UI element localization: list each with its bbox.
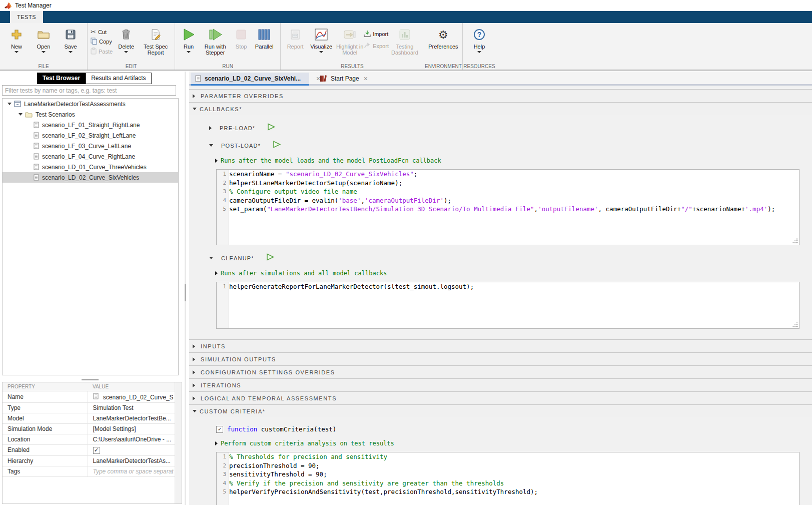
postload-row[interactable]: POST-LOAD* [209,141,812,150]
test-file-icon [14,101,21,107]
visualize-button[interactable]: Visualize [307,25,336,53]
tree-node-test[interactable]: scenario_LF_01_Straight_RightLane [3,120,178,130]
custom-criteria-description[interactable]: Perform custom criteria analysis on test… [215,440,812,447]
collapse-arrow-icon [193,410,197,412]
enabled-checkbox[interactable]: ✓ [93,447,100,454]
expand-arrow-icon [193,370,195,374]
property-row-enabled: Enabled ✓ [3,445,182,456]
help-button[interactable]: ? Help [466,25,493,53]
dashboard-icon [399,27,411,42]
toolbar: New Open Save FILE ✂ Cut [0,23,812,71]
tags-input[interactable]: Type comma or space separat [93,468,174,475]
tab-start-page[interactable]: Start Page × [315,73,372,84]
preload-row[interactable]: PRE-LOAD* [209,123,812,133]
collapse-arrow-icon[interactable] [19,113,23,116]
section-iterations[interactable]: ITERATIONS [189,378,812,391]
document-icon [195,75,201,82]
property-row-tags: Tags Type comma or space separat [3,466,182,476]
document-icon [34,174,39,181]
testing-dashboard-button[interactable]: Testing Dashboard [389,25,421,56]
postload-description[interactable]: Runs after the model loads and the model… [215,157,812,164]
collapse-arrow-icon [209,144,213,147]
tab-tests[interactable]: TESTS [10,11,43,23]
copy-button[interactable]: Copy [91,38,113,46]
parallel-button[interactable]: Parallel [251,25,277,50]
cleanup-row[interactable]: CLEANUP* [209,253,812,263]
custom-criteria-code-editor[interactable]: 1% Thresholds for precision and sensitiv… [216,452,799,505]
tree-node-test[interactable]: scenario_LF_04_Curve_RightLane [3,151,178,162]
custom-criteria-body: ✓ function customCriteria(test) Perform … [189,425,812,505]
stop-button[interactable]: Stop [231,25,251,50]
group-label-run: RUN [175,64,280,69]
horizontal-splitter[interactable] [0,378,180,381]
property-row-simulation-mode: Simulation Mode [Model Settings] [3,424,182,434]
cut-button[interactable]: ✂ Cut [91,28,113,36]
test-editor-pane: scenario_LD_02_Curve_SixVehi... × Start … [189,72,812,505]
gear-icon: ⚙ [438,27,448,42]
new-button[interactable]: New [3,25,30,53]
custom-criteria-checkbox[interactable]: ✓ [216,426,223,433]
export-button[interactable]: Export [364,42,389,50]
tab-results-and-artifacts[interactable]: Results and Artifacts [86,73,151,84]
tree-node-folder[interactable]: Test Scenarios [3,109,178,120]
section-custom-criteria[interactable]: CUSTOM CRITERIA* [189,404,812,417]
visualize-icon [315,27,328,42]
document-icon [93,393,99,399]
window-title: Test Manager [15,2,52,9]
save-button[interactable]: Save [57,25,84,53]
section-inputs[interactable]: INPUTS [189,339,812,352]
section-callbacks[interactable]: CALLBACKS* [189,102,812,115]
ribbon-tab-band: TESTS [0,11,812,23]
section-parameter-overrides[interactable]: PARAMETER OVERRIDES [189,89,812,102]
group-label-environment: ENVIRONMENT [424,64,462,69]
expand-arrow-icon [193,396,195,400]
callbacks-body: PRE-LOAD* POST-LOAD* Runs after the mode… [189,123,812,339]
test-spec-report-button[interactable]: Test Spec Report [140,25,172,56]
run-preload-button[interactable] [267,123,276,133]
tab-scenario[interactable]: scenario_LD_02_Curve_SixVehi... × [191,73,309,84]
tab-test-browser[interactable]: Test Browser [37,73,86,84]
collapse-arrow-icon[interactable] [8,103,12,105]
run-with-stepper-button[interactable]: Run with Stepper [199,25,231,56]
chevron-down-icon [69,51,73,53]
property-scrollbar[interactable] [175,382,182,503]
clipboard-icon [91,48,97,56]
section-simulation-outputs[interactable]: SIMULATION OUTPUTS [189,352,812,365]
filter-tests-input[interactable] [2,85,176,96]
section-configuration-settings-overrides[interactable]: CONFIGURATION SETTINGS OVERRIDES [189,365,812,378]
vertical-splitter[interactable] [185,72,186,505]
delete-button[interactable]: Delete [113,25,140,53]
document-icon [34,164,39,170]
import-button[interactable]: Import [364,30,389,38]
report-button[interactable]: Report [284,25,307,50]
document-tab-bar: scenario_LD_02_Curve_SixVehi... × Start … [189,72,812,86]
tree-node-root[interactable]: LaneMarkerDetectorTestAssessments [3,99,178,109]
collapse-arrow-icon [209,257,213,259]
tree-node-test-selected[interactable]: scenario_LD_02_Curve_SixVehicles [3,172,178,183]
section-logical-and-temporal-assessments[interactable]: LOGICAL AND TEMPORAL ASSESSMENTS [189,391,812,404]
run-cleanup-button[interactable] [266,253,275,263]
postload-code-editor[interactable]: 1scenarioName = "scenario_LD_02_Curve_Si… [216,169,799,245]
open-button[interactable]: Open [30,25,57,53]
run-button[interactable]: Run [178,25,199,53]
highlight-in-model-button[interactable]: Highlight in Model [336,25,364,56]
cleanup-code-editor[interactable]: 1helperGenerateReportForLaneMarkerDetect… [216,282,799,329]
run-icon [182,27,195,42]
document-icon [34,132,39,139]
resize-grip-icon[interactable] [792,322,798,327]
close-icon[interactable]: × [364,75,368,82]
toolbar-group-resources: ? Help RESOURCES [463,23,496,70]
start-page-icon [320,75,327,82]
tree-node-test[interactable]: scenario_LF_02_Straight_LeftLane [3,130,178,141]
paste-button[interactable]: Paste [91,48,113,56]
expand-arrow-icon [215,159,218,163]
property-row-model: Model LaneMarkerDetectorTestBe... [3,413,182,424]
resize-grip-icon[interactable] [792,238,798,244]
test-sections: PARAMETER OVERRIDES CALLBACKS* PRE-LOAD*… [189,86,812,505]
toolbar-group-results: Report Visualize Highlight in Model Impo… [281,23,424,70]
tree-node-test[interactable]: scenario_LF_03_Curve_LeftLane [3,141,178,151]
run-postload-button[interactable] [273,141,281,150]
preferences-button[interactable]: ⚙ Preferences [427,25,459,50]
tree-node-test[interactable]: scenario_LD_01_Curve_ThreeVehicles [3,162,178,172]
cleanup-description[interactable]: Runs after simulations and all model cal… [215,270,812,277]
